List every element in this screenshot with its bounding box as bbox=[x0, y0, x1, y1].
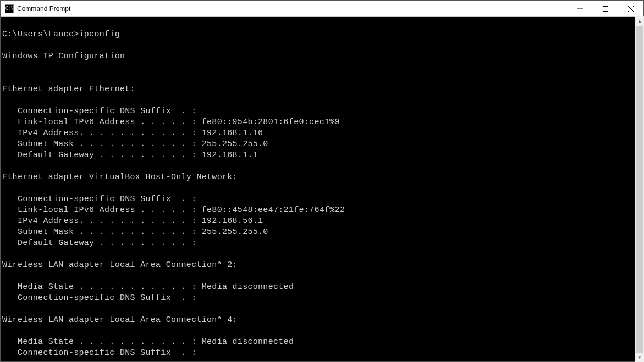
scroll-up-arrow-icon[interactable]: ▲ bbox=[635, 16, 644, 26]
close-icon bbox=[628, 6, 634, 12]
vertical-scrollbar[interactable]: ▲ ▼ bbox=[635, 16, 644, 362]
window-controls bbox=[568, 1, 643, 16]
close-button[interactable] bbox=[618, 1, 643, 16]
maximize-icon bbox=[603, 6, 608, 12]
scroll-thumb[interactable] bbox=[636, 26, 643, 353]
app-icon: C:\ bbox=[5, 4, 14, 13]
minimize-icon bbox=[577, 6, 583, 12]
scroll-down-arrow-icon[interactable]: ▼ bbox=[635, 353, 644, 362]
window-title: Command Prompt bbox=[17, 5, 568, 13]
maximize-button[interactable] bbox=[593, 1, 618, 16]
titlebar[interactable]: C:\ Command Prompt bbox=[1, 1, 643, 17]
minimize-button[interactable] bbox=[568, 1, 593, 16]
command-prompt-window: C:\ Command Prompt C:\Users\Lance>ipconf… bbox=[0, 0, 644, 362]
svg-rect-0 bbox=[603, 6, 608, 11]
terminal-output[interactable]: C:\Users\Lance>ipconfig Windows IP Confi… bbox=[1, 17, 643, 361]
